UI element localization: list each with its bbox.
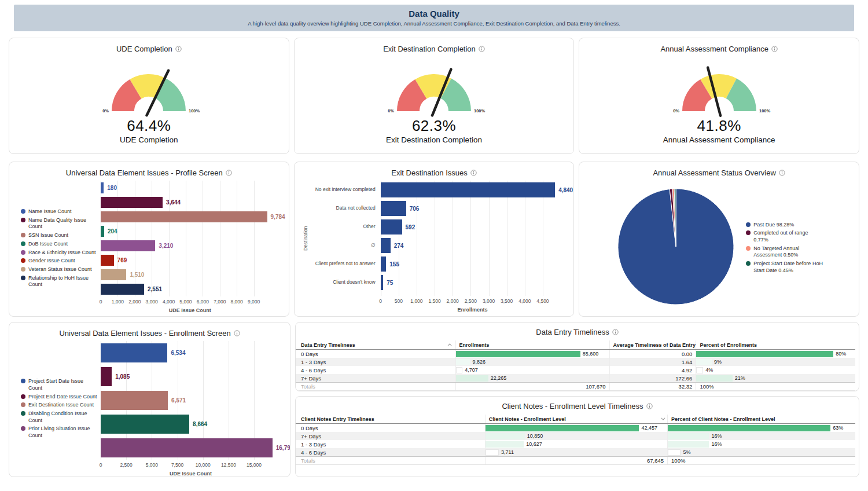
table-cell: 9% <box>696 358 855 366</box>
x-tick-label: 0 <box>100 462 102 468</box>
x-tick-label: 7,000 <box>214 299 226 305</box>
bar[interactable] <box>101 240 155 251</box>
column-header[interactable]: Data Entry Timeliness <box>296 340 455 349</box>
bar[interactable] <box>381 257 387 272</box>
legend-item[interactable]: Name Data Quality Issue Count <box>21 217 101 230</box>
info-icon[interactable] <box>771 46 778 52</box>
cell-value: 10,850 <box>527 433 543 439</box>
table-cell: 4,707 <box>455 366 609 374</box>
legend-item[interactable]: No Targeted Annual Assessment 0.50% <box>746 246 835 259</box>
x-tick-label: 1,000 <box>410 298 422 304</box>
sort-descending-icon[interactable] <box>661 416 665 420</box>
legend-item[interactable]: Exit Destination Issue Count <box>21 402 101 409</box>
column-header[interactable]: Average Timeliness of Data Entry <box>609 340 696 349</box>
legend-label: Name Issue Count <box>28 208 72 215</box>
legend-item[interactable]: Relationship to HoH Issue Count <box>21 275 101 288</box>
column-header[interactable]: Percent of Enrollments <box>696 340 855 349</box>
table-cell: 0 Days <box>296 350 455 358</box>
bar-value-label: 1,085 <box>115 373 130 380</box>
table-cell: 4 - 6 Days <box>296 448 485 456</box>
bar[interactable] <box>101 343 167 362</box>
bar[interactable] <box>101 367 112 386</box>
legend-item[interactable]: DoB Issue Count <box>21 241 101 248</box>
column-header-label: Percent of Client Notes - Enrollment Lev… <box>671 416 775 422</box>
bar-chart: 6,5341,0856,5718,66416,794 02,5005,0007,… <box>101 341 281 477</box>
card-title: Exit Destination Issues <box>295 162 574 177</box>
table-cell: 63% <box>667 424 855 432</box>
legend-item[interactable]: Race & Ethnicity Issue Count <box>21 250 101 257</box>
legend-dot <box>21 402 25 407</box>
legend-item[interactable]: Prior Living Situation Issue Count <box>21 426 101 439</box>
column-header-label: Data Entry Timeliness <box>301 342 355 348</box>
bar[interactable] <box>101 182 104 193</box>
bar[interactable] <box>381 201 406 216</box>
card-title-text: UDE Completion <box>116 45 172 53</box>
info-icon[interactable] <box>470 170 477 176</box>
bar-row: 3,210 <box>101 239 279 253</box>
legend-label: Prior Living Situation Issue Count <box>28 426 98 439</box>
bar[interactable] <box>381 182 555 197</box>
bar[interactable] <box>101 226 104 237</box>
info-icon[interactable] <box>479 46 485 52</box>
x-tick-label: 5,000 <box>146 462 158 468</box>
bar-value-label: 3,210 <box>159 243 173 249</box>
gauge-chart: 0% 100% <box>9 56 289 123</box>
info-icon[interactable] <box>612 329 619 335</box>
column-header-label: Client Notes Entry Timeliness <box>301 416 374 422</box>
card-title-text: Universal Data Element Issues - Profile … <box>66 168 223 177</box>
bar-value-label: 180 <box>107 185 117 191</box>
bar[interactable] <box>101 438 273 457</box>
bar[interactable] <box>101 211 267 222</box>
bar[interactable] <box>101 197 163 208</box>
table-row: 7+ Days10,85016% <box>296 432 855 440</box>
bar[interactable] <box>381 219 402 234</box>
table-row: 1 - 3 Days9,8261.649% <box>296 358 855 366</box>
cell-value: 3,711 <box>501 449 514 455</box>
table-cell: 4% <box>696 366 855 374</box>
bar[interactable] <box>101 415 189 434</box>
bar-row: 592 <box>381 218 565 236</box>
table-title: Data Entry Timeliness <box>296 323 859 340</box>
cell-value: 85,600 <box>583 351 599 357</box>
category-label: Other <box>311 218 381 236</box>
bar[interactable] <box>381 275 384 290</box>
info-icon[interactable] <box>175 46 182 52</box>
legend-item[interactable]: Name Issue Count <box>21 208 101 215</box>
table-cell: 16% <box>667 432 855 440</box>
info-icon[interactable] <box>234 330 240 336</box>
card-title-text: Annual Assessment Status Overview <box>653 168 775 177</box>
info-icon[interactable] <box>779 170 785 176</box>
table-cell: 3,711 <box>485 448 667 456</box>
bar[interactable] <box>101 284 144 295</box>
info-icon[interactable] <box>226 170 232 176</box>
legend-item[interactable]: Disabling Condition Issue Count <box>21 411 101 424</box>
bar[interactable] <box>101 255 114 266</box>
bar[interactable] <box>381 238 391 253</box>
column-header[interactable]: Client Notes Entry Timeliness <box>296 415 485 423</box>
bar[interactable] <box>101 391 168 410</box>
bar-row: 204 <box>101 224 279 239</box>
legend-item[interactable]: Completed out of range 0.77% <box>746 230 835 243</box>
legend-item[interactable]: Project Start Date before HoH Start Date… <box>746 261 835 274</box>
legend-label: Project End Date Issue Count <box>28 394 97 401</box>
info-icon[interactable] <box>646 403 653 409</box>
legend-item[interactable]: Project Start Date Issue Count <box>21 378 101 391</box>
cell-bar <box>456 359 470 365</box>
column-header[interactable]: Enrollments <box>455 340 609 349</box>
legend-item[interactable]: Project End Date Issue Count <box>21 394 101 401</box>
table-header-row: Client Notes Entry TimelinessClient Note… <box>296 415 855 424</box>
sort-ascending-icon[interactable] <box>447 343 451 347</box>
column-header[interactable]: Percent of Client Notes - Enrollment Lev… <box>667 415 855 423</box>
table-totals-row: Totals107,67032.32100% <box>296 382 855 391</box>
gauge-label: Exit Destination Completion <box>295 135 574 144</box>
legend-item[interactable]: SSN Issue Count <box>21 232 101 239</box>
cell-bar <box>696 351 833 357</box>
column-header[interactable]: Client Notes - Enrollment Level <box>485 415 667 423</box>
table-totals-row: Totals67,645100% <box>296 456 855 465</box>
bar[interactable] <box>101 269 126 280</box>
legend-item[interactable]: Gender Issue Count <box>21 258 101 265</box>
table-cell: 7+ Days <box>296 432 485 440</box>
legend-item[interactable]: Past Due 98.28% <box>746 222 835 229</box>
x-tick-label: 4,000 <box>163 299 175 305</box>
legend-item[interactable]: Veteran Status Issue Count <box>21 266 101 273</box>
